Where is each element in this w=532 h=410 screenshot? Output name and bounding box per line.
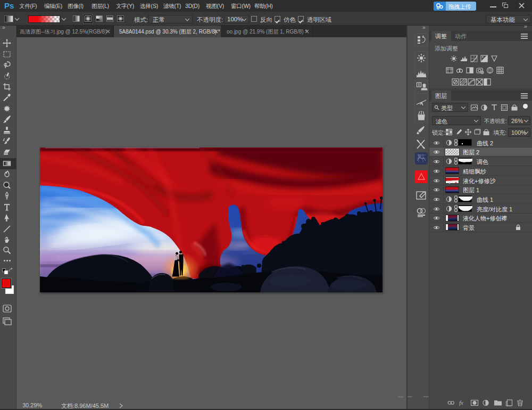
svg-text:fx: fx [459,399,463,406]
